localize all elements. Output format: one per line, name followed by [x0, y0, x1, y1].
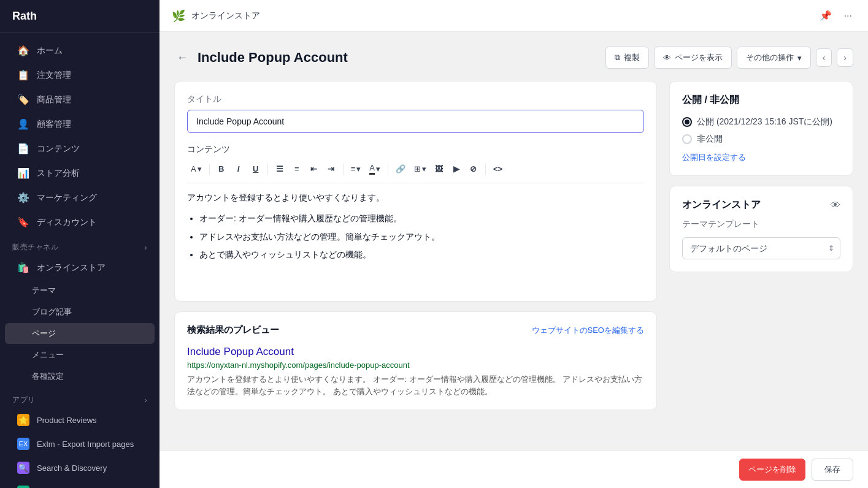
ordered-list-button[interactable]: ≡	[289, 162, 305, 176]
font-color-button[interactable]: A ▾	[366, 161, 384, 177]
view-page-label: ページを表示	[675, 52, 723, 63]
sidebar-item-translate-adapt[interactable]: 🌐 Translate & Adapt	[5, 480, 155, 488]
content-editor[interactable]: アカウントを登録するとより使いやすくなります。 オーダー: オーダー情報や購入履…	[187, 191, 644, 289]
save-button[interactable]: 保存	[812, 459, 853, 481]
underline-button[interactable]: U	[248, 162, 264, 176]
theme-template-select[interactable]: デフォルトのページ	[682, 237, 840, 259]
sidebar-item-home[interactable]: 🏠 ホーム	[5, 39, 155, 63]
sidebar-item-products[interactable]: 🏷️ 商品管理	[5, 88, 155, 112]
delete-format-button[interactable]: ⊘	[466, 162, 482, 176]
code-button[interactable]: <>	[490, 162, 506, 176]
sidebar-item-online-store[interactable]: 🛍️ オンラインストア	[5, 256, 155, 280]
private-radio-item[interactable]: 非公開	[682, 134, 840, 145]
theme-template-label: テーマテンプレート	[682, 219, 840, 230]
content-card: タイトル コンテンツ A ▾ B I U	[174, 81, 657, 302]
publish-title: 公開 / 非公開	[682, 94, 840, 107]
page-header-actions: ⧉ 複製 👁 ページを表示 その他の操作 ▾ ‹ ›	[605, 47, 853, 69]
sidebar-sub-themes[interactable]: テーマ	[5, 280, 155, 301]
link-button[interactable]: 🔗	[392, 162, 409, 176]
table-button[interactable]: ⊞ ▾	[410, 162, 430, 175]
sidebar-item-marketing[interactable]: ⚙️ マーケティング	[5, 186, 155, 210]
content-icon: 📄	[17, 143, 29, 154]
view-page-button[interactable]: 👁 ページを表示	[654, 47, 732, 69]
marketing-icon: ⚙️	[17, 192, 29, 204]
pin-button[interactable]: 📌	[816, 6, 835, 25]
seo-preview-title[interactable]: Include Popup Account	[187, 346, 644, 358]
delete-page-button[interactable]: ページを削除	[739, 459, 805, 481]
back-button[interactable]: ←	[174, 49, 190, 67]
video-button[interactable]: ▶	[448, 162, 464, 176]
toolbar-sep-4	[388, 164, 388, 175]
sidebar-sub-settings[interactable]: 各種設定	[5, 366, 155, 387]
bottom-action-bar: ページを削除 保存	[159, 451, 868, 488]
toolbar-sep-1	[209, 164, 210, 175]
more-button[interactable]: ···	[840, 7, 856, 25]
top-bar: 🌿 オンラインストア 📌 ···	[159, 0, 868, 32]
font-size-button[interactable]: A ▾	[187, 162, 205, 175]
prev-page-button[interactable]: ‹	[816, 48, 832, 67]
italic-button[interactable]: I	[231, 162, 247, 176]
color-arrow: ▾	[376, 164, 380, 173]
page-title: Include Popup Account	[198, 50, 348, 66]
sidebar-sub-blog[interactable]: ブログ記事	[5, 302, 155, 322]
font-dropdown-arrow: ▾	[198, 164, 202, 173]
outdent-button[interactable]: ⇤	[306, 162, 322, 176]
sales-channels-label: 販売チャネル	[12, 242, 58, 253]
bullet-list-button[interactable]: ☰	[272, 162, 288, 176]
top-bar-actions: 📌 ···	[816, 6, 856, 25]
apps-chevron: ›	[145, 396, 148, 405]
sidebar-sub-pages[interactable]: ページ	[5, 323, 155, 344]
exim-label: ExIm - Export Import pages	[37, 440, 134, 449]
rich-text-toolbar: A ▾ B I U ☰ ≡ ⇤ ⇥ ≡	[187, 161, 644, 183]
seo-header: 検索結果のプレビュー ウェブサイトのSEOを編集する	[187, 324, 644, 336]
sidebar-item-discount[interactable]: 🔖 ディスカウント	[5, 210, 155, 234]
public-radio-item[interactable]: 公開 (2021/12/23 15:16 JSTに公開)	[682, 116, 840, 128]
translate-adapt-icon: 🌐	[17, 486, 29, 488]
sidebar-item-analytics[interactable]: 📊 ストア分析	[5, 161, 155, 185]
product-reviews-icon: ⭐	[17, 414, 29, 426]
set-date-link[interactable]: 公開日を設定する	[682, 152, 840, 163]
online-store-eye-icon[interactable]: 👁	[831, 200, 840, 211]
sidebar-sub-menu[interactable]: メニュー	[5, 345, 155, 365]
sales-channels-section[interactable]: 販売チャネル ›	[0, 235, 159, 255]
sidebar-item-customers[interactable]: 👤 顧客管理	[5, 112, 155, 136]
title-input[interactable]	[187, 110, 644, 133]
more-actions-button[interactable]: その他の操作 ▾	[737, 47, 811, 69]
seo-section-title: 検索結果のプレビュー	[187, 324, 279, 336]
sidebar-item-orders[interactable]: 📋 注文管理	[5, 63, 155, 87]
sidebar-item-search-discovery[interactable]: 🔍 Search & Discovery	[5, 456, 155, 479]
sidebar-item-product-reviews[interactable]: ⭐ Product Reviews	[5, 408, 155, 432]
dropdown-arrow-icon: ▾	[797, 53, 802, 63]
public-radio-label: 公開 (2021/12/23 15:16 JSTに公開)	[697, 116, 832, 128]
sidebar-item-content[interactable]: 📄 コンテンツ	[5, 137, 155, 161]
page-header-left: ← Include Popup Account	[174, 49, 348, 67]
next-page-button[interactable]: ›	[837, 48, 853, 67]
publish-card: 公開 / 非公開 公開 (2021/12/23 15:16 JSTに公開) 非公…	[669, 81, 853, 176]
store-name[interactable]: Rath	[0, 0, 159, 33]
content-list: オーダー: オーダー情報や購入履歴などの管理機能。 アドレスやお支払い方法などの…	[199, 212, 644, 262]
seo-preview-desc: アカウントを登録するとより使いやすくなります。 オーダー: オーダー情報や購入履…	[187, 373, 644, 397]
duplicate-button[interactable]: ⧉ 複製	[605, 47, 649, 69]
toolbar-sep-5	[485, 164, 486, 175]
sidebar-item-online-store-label: オンラインストア	[37, 262, 106, 273]
align-button[interactable]: ≡ ▾	[347, 162, 365, 175]
exim-icon: EX	[17, 438, 29, 450]
search-discovery-label: Search & Discovery	[37, 463, 107, 473]
content-bullet-3: あとで購入やウィッシュリストなどの機能。	[199, 248, 644, 262]
private-radio-label: 非公開	[697, 134, 723, 145]
image-button[interactable]: 🖼	[431, 162, 447, 176]
align-arrow: ▾	[356, 164, 361, 173]
seo-edit-link[interactable]: ウェブサイトのSEOを編集する	[532, 325, 644, 336]
customers-icon: 👤	[17, 118, 29, 130]
content-bullet-2: アドレスやお支払い方法などの管理。簡単なチェックアウト。	[199, 230, 644, 245]
two-col-layout: タイトル コンテンツ A ▾ B I U	[174, 81, 853, 410]
bold-button[interactable]: B	[213, 162, 229, 176]
sidebar-item-exim[interactable]: EX ExIm - Export Import pages	[5, 432, 155, 456]
font-color-icon: A	[369, 163, 375, 175]
apps-section[interactable]: アプリ ›	[0, 387, 159, 408]
main-column: タイトル コンテンツ A ▾ B I U	[174, 81, 657, 410]
theme-template-select-wrapper: デフォルトのページ ⇕	[682, 237, 840, 259]
indent-button[interactable]: ⇥	[323, 162, 339, 176]
duplicate-label: 複製	[624, 52, 640, 63]
table-arrow: ▾	[422, 164, 426, 173]
